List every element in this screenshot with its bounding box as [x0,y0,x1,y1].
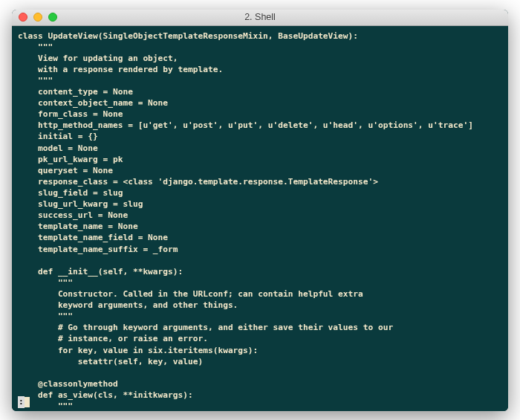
cursor-icon [25,397,30,407]
window-title: 2. Shell [12,12,508,22]
minimize-icon[interactable] [33,13,42,22]
traffic-lights [12,13,57,22]
code-output: class UpdateView(SingleObjectTemplateRes… [18,30,502,411]
pager-prompt[interactable]: : [18,396,30,407]
terminal-content[interactable]: class UpdateView(SingleObjectTemplateRes… [12,26,508,411]
pager-colon: : [18,396,25,407]
zoom-icon[interactable] [48,13,57,22]
titlebar[interactable]: 2. Shell [12,10,508,26]
terminal-window: 2. Shell class UpdateView(SingleObjectTe… [12,10,508,411]
close-icon[interactable] [19,13,27,22]
